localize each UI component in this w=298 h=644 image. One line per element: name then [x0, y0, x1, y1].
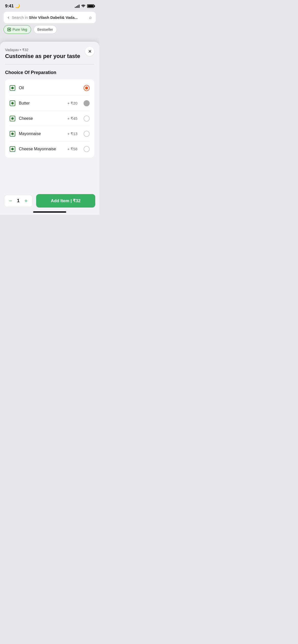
radio-mayonnaise[interactable] [84, 131, 90, 137]
veg-dot-icon [7, 28, 11, 31]
section-title: Chooice Of Preparation [5, 70, 94, 75]
back-icon[interactable]: ‹ [8, 15, 9, 20]
pure-veg-label: Pure Veg [12, 27, 27, 32]
customize-sheet: ✕ Vadapav • ₹32 Customise as per your ta… [0, 42, 99, 215]
option-price-butter: + ₹20 [67, 101, 77, 106]
bestseller-filter[interactable]: Bestseller [34, 25, 57, 34]
veg-icon-butter [10, 100, 15, 106]
options-card: Oil Butter + ₹20 Cheese + ₹45 Mayonnaise… [5, 79, 94, 158]
search-text: Search in Shiv Vilash Dabeli& Vada... [12, 15, 87, 20]
status-bar: 9:41 🌙 [0, 0, 99, 10]
bestseller-label: Bestseller [37, 27, 53, 32]
option-label-oil: Oil [19, 86, 80, 90]
increment-button[interactable]: + [24, 198, 28, 204]
option-label-mayonnaise: Mayonnaise [19, 131, 64, 136]
option-label-butter: Butter [19, 101, 64, 106]
radio-cheese-mayo[interactable] [84, 146, 90, 152]
signal-icon [75, 4, 79, 8]
search-bar[interactable]: ‹ Search in Shiv Vilash Dabeli& Vada... … [4, 12, 96, 23]
home-indicator [33, 211, 66, 213]
filter-pills: Pure Veg Bestseller [0, 25, 99, 36]
radio-butter[interactable] [84, 100, 90, 106]
option-cheese[interactable]: Cheese + ₹45 [5, 111, 94, 126]
pure-veg-filter[interactable]: Pure Veg [4, 25, 31, 34]
status-icons [75, 4, 94, 8]
veg-icon-oil [10, 85, 15, 91]
wifi-icon [81, 4, 86, 8]
option-label-cheese: Cheese [19, 116, 64, 121]
sheet-title: Customise as per your taste [5, 53, 94, 60]
item-subtitle: Vadapav • ₹32 [5, 48, 94, 52]
option-label-cheese-mayo: Cheese Mayonnaise [19, 147, 64, 151]
decrement-button[interactable]: − [9, 198, 12, 204]
option-price-cheese: + ₹45 [67, 116, 77, 121]
veg-icon-mayonnaise [10, 131, 15, 137]
status-time: 9:41 🌙 [5, 4, 20, 9]
quantity-control[interactable]: − 1 + [4, 195, 33, 207]
option-price-mayonnaise: + ₹13 [67, 131, 77, 136]
radio-oil[interactable] [84, 85, 90, 91]
veg-icon-cheese-mayo [10, 146, 15, 152]
moon-icon: 🌙 [15, 4, 20, 8]
option-mayonnaise[interactable]: Mayonnaise + ₹13 [5, 126, 94, 141]
option-butter[interactable]: Butter + ₹20 [5, 96, 94, 111]
option-price-cheese-mayo: + ₹58 [67, 147, 77, 151]
radio-cheese[interactable] [84, 115, 90, 122]
divider [5, 64, 94, 64]
quantity-value: 1 [16, 198, 21, 203]
option-cheese-mayo[interactable]: Cheese Mayonnaise + ₹58 [5, 141, 94, 157]
close-button[interactable]: ✕ [85, 47, 94, 56]
option-oil[interactable]: Oil [5, 80, 94, 96]
veg-icon-cheese [10, 116, 15, 121]
battery-icon [87, 4, 94, 8]
add-item-button[interactable]: Add Item | ₹32 [36, 194, 95, 208]
search-icon[interactable]: ⌕ [89, 15, 92, 20]
